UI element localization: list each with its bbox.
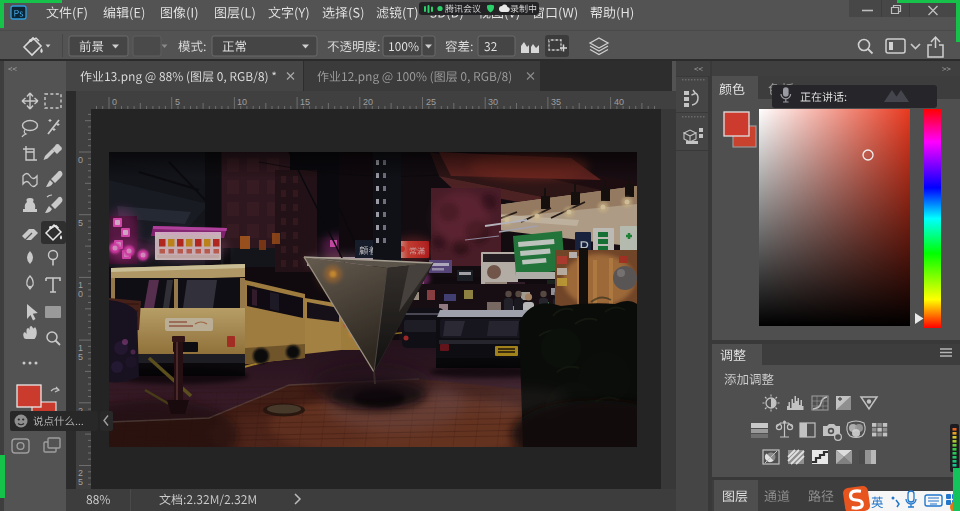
svg-text:5: 5 [175,97,180,107]
svg-text:25: 25 [426,97,436,107]
svg-text:10: 10 [237,97,247,107]
svg-text:5: 5 [78,218,83,228]
svg-text:30: 30 [488,97,498,107]
svg-text:40: 40 [614,97,624,107]
svg-text:0: 0 [78,289,83,299]
svg-text:5: 5 [78,352,83,362]
svg-text:15: 15 [300,97,310,107]
svg-text:5: 5 [78,477,83,487]
svg-text:20: 20 [363,97,373,107]
svg-text:35: 35 [551,97,561,107]
svg-text:0: 0 [78,155,83,165]
svg-text:0: 0 [112,97,117,107]
